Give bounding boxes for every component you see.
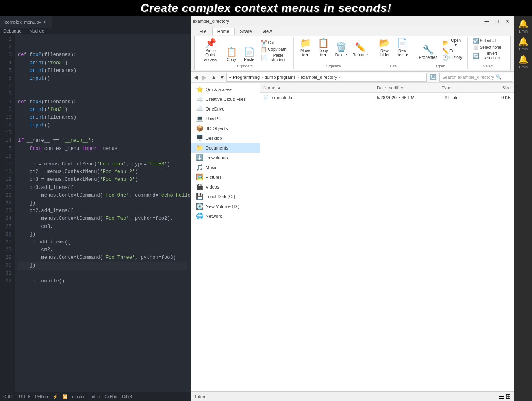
- new-folder-button[interactable]: 📂 Newfolder: [376, 38, 393, 58]
- open-label: Open ▾: [449, 38, 463, 47]
- file-type: TXT File: [442, 95, 482, 100]
- open-button[interactable]: 📂 Open ▾: [441, 38, 464, 48]
- sidebar-item-onedrive[interactable]: ☁️ OneDrive: [191, 104, 260, 114]
- paste-shortcut-label: Paste shortcut: [268, 53, 289, 62]
- network-label: Network: [206, 214, 222, 219]
- status-branch-label[interactable]: master: [72, 394, 85, 399]
- notif-item-1[interactable]: 🔔 1 min: [514, 18, 532, 34]
- sidebar-item-3dobjects[interactable]: 📦 3D Objects: [191, 124, 260, 133]
- ribbon-group-new: 📂 Newfolder 📄 Newitem ▾ New: [373, 37, 414, 69]
- sidebar-item-pictures[interactable]: 🖼️ Pictures: [191, 172, 260, 182]
- recent-button[interactable]: ▾: [219, 74, 225, 80]
- up-button[interactable]: ▲: [210, 74, 218, 80]
- history-button[interactable]: 🕐 History: [441, 54, 464, 61]
- copy-to-button[interactable]: 📋 Copyto ▾: [315, 38, 331, 58]
- copy-to-icon: 📋: [318, 39, 329, 48]
- open-items: 🔧 Properties 📂 Open ▾ ✏️ Edit: [417, 38, 464, 61]
- status-encoding[interactable]: UTF-8: [19, 394, 30, 399]
- history-icon: 🕐: [442, 55, 449, 60]
- sidebar-item-desktop[interactable]: 🖥️ Desktop: [191, 133, 260, 143]
- col-type-header[interactable]: Type: [442, 85, 482, 90]
- line-numbers: 1234567891011121314151617181920212223242…: [0, 34, 15, 392]
- status-crlf[interactable]: CRLF: [3, 394, 14, 399]
- status-github[interactable]: GitHub: [104, 394, 117, 399]
- file-list: Name ▲ Date modified Type Size 📄: [260, 83, 514, 391]
- view-tiles-button[interactable]: ⊞: [506, 392, 511, 400]
- menu-nuclide[interactable]: Nuclide: [29, 28, 44, 33]
- cut-button[interactable]: ✂️ Cut: [259, 40, 290, 46]
- sidebar-item-local-disk[interactable]: 💾 Local Disk (C:): [191, 192, 260, 202]
- code-area[interactable]: def foo2(filenames): print('foo2') print…: [15, 34, 191, 392]
- local-disk-label: Local Disk (C:): [206, 194, 235, 199]
- new-item-button[interactable]: 📄 Newitem ▾: [394, 38, 410, 58]
- col-size-header[interactable]: Size: [482, 85, 511, 90]
- notif-item-2[interactable]: 🔔 1 min: [514, 36, 532, 52]
- sidebar-item-new-volume[interactable]: 💽 New Volume (D:): [191, 202, 260, 211]
- local-disk-icon: 💾: [196, 193, 203, 200]
- select-none-icon: ◻️: [473, 45, 479, 50]
- explorer-panel: example_directory ─ □ ✕ File Home Share …: [191, 16, 514, 401]
- videos-label: Videos: [206, 184, 219, 189]
- editor-tab-close[interactable]: ×: [43, 19, 47, 25]
- ribbon-tab-view[interactable]: View: [257, 28, 277, 35]
- organize-items: 📁 Moveto ▾ 📋 Copyto ▾ 🗑️ Delete ✏️: [297, 38, 369, 58]
- explorer-titlebar-right: ─ □ ✕: [482, 18, 512, 24]
- sidebar-item-videos[interactable]: 🎬 Videos: [191, 182, 260, 192]
- sidebar-item-creative-cloud[interactable]: ☁️ Creative Cloud Files: [191, 94, 260, 104]
- properties-icon: 🔧: [423, 46, 434, 54]
- ribbon-tab-file[interactable]: File: [194, 28, 212, 35]
- search-box[interactable]: Search example_directory 🔍: [439, 73, 512, 82]
- select-none-button[interactable]: ◻️ Select none: [471, 44, 506, 50]
- paste-button[interactable]: 📄 Paste: [241, 47, 257, 63]
- select-all-button[interactable]: ☑️ Select all: [471, 38, 506, 44]
- delete-button[interactable]: 🗑️ Delete: [333, 42, 349, 58]
- refresh-button[interactable]: 🔄: [428, 74, 438, 80]
- minimize-button[interactable]: ─: [482, 18, 491, 24]
- maximize-button[interactable]: □: [493, 18, 501, 24]
- sidebar-item-downloads[interactable]: ⬇️ Downloads: [191, 153, 260, 163]
- copy-path-button[interactable]: 📋 Copy path: [259, 46, 290, 52]
- paste-shortcut-button[interactable]: 📄 Paste shortcut: [259, 53, 290, 63]
- breadcrumb-dumb: dumb programs: [265, 75, 296, 80]
- status-git[interactable]: Git (3: [122, 394, 132, 399]
- back-button[interactable]: ◀: [193, 74, 200, 80]
- col-name-header[interactable]: Name ▲: [263, 85, 377, 90]
- col-type-label: Type: [442, 85, 452, 90]
- edit-icon: ✏️: [442, 48, 449, 54]
- creative-cloud-icon: ☁️: [196, 95, 203, 103]
- select-all-icon: ☑️: [473, 38, 479, 43]
- breadcrumb-programming: « Programming: [229, 75, 260, 80]
- ribbon-tab-home[interactable]: Home: [212, 28, 235, 35]
- properties-button[interactable]: 🔧 Properties: [417, 45, 439, 61]
- documents-label: Documents: [206, 145, 228, 150]
- sidebar-item-documents[interactable]: 📁 Documents: [191, 143, 260, 153]
- file-area: ⭐ Quick access ☁️ Creative Cloud Files ☁…: [191, 83, 514, 391]
- pin-icon: 📌: [205, 39, 216, 48]
- status-language[interactable]: Python: [35, 394, 48, 399]
- rename-button[interactable]: ✏️ Rename: [351, 42, 369, 58]
- col-date-header[interactable]: Date modified: [377, 85, 442, 90]
- forward-button[interactable]: ▶: [201, 74, 208, 80]
- open-small-group: 📂 Open ▾ ✏️ Edit 🕐 History: [441, 38, 464, 61]
- view-list-button[interactable]: ☰: [498, 392, 504, 400]
- 3dobjects-label: 3D Objects: [206, 126, 228, 131]
- sidebar-item-network[interactable]: 🌐 Network: [191, 211, 260, 221]
- pin-quick-access-button[interactable]: 📌 Pin to Quickaccess: [200, 38, 221, 63]
- menu-debugger[interactable]: Debugger: [3, 28, 23, 33]
- close-button[interactable]: ✕: [503, 18, 512, 24]
- breadcrumb[interactable]: « Programming › dumb programs › example_…: [226, 73, 427, 82]
- edit-button[interactable]: ✏️ Edit: [441, 48, 464, 54]
- copy-button[interactable]: 📋 Copy: [223, 47, 239, 63]
- open-label: Open: [436, 63, 445, 68]
- notif-item-3[interactable]: 🔔 1 min: [514, 54, 532, 70]
- file-row[interactable]: 📄 example.txt 5/28/2020 7:36 PM TXT File…: [260, 93, 514, 102]
- clipboard-small-group: ✂️ Cut 📋 Copy path 📄 Paste shortcut: [259, 40, 290, 63]
- move-to-button[interactable]: 📁 Moveto ▾: [297, 38, 313, 58]
- sidebar-item-music[interactable]: 🎵 Music: [191, 163, 260, 172]
- ribbon-tab-share[interactable]: Share: [235, 28, 257, 35]
- editor-tab[interactable]: complex_menu.py ×: [0, 16, 52, 28]
- status-fetch[interactable]: Fetch: [89, 394, 100, 399]
- sidebar-item-quick-access[interactable]: ⭐ Quick access: [191, 85, 260, 94]
- invert-selection-button[interactable]: 🔄 Invert selection: [471, 51, 506, 61]
- sidebar-item-thispc[interactable]: 💻 This PC: [191, 114, 260, 124]
